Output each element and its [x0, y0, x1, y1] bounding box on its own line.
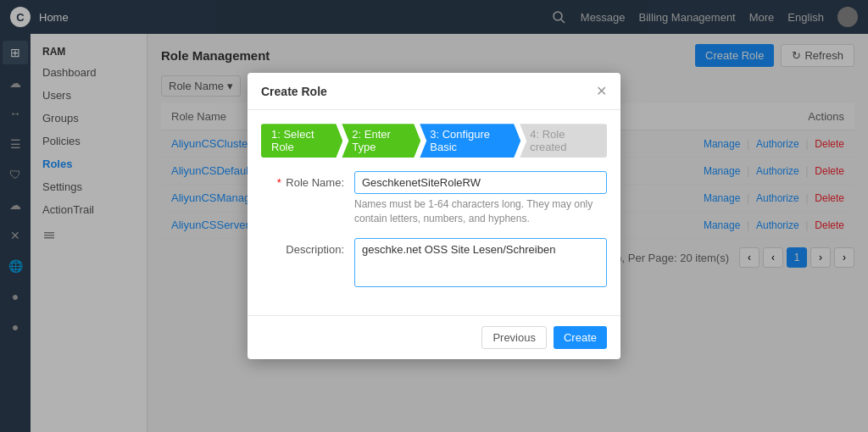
step-select-role: 1: Select Role	[261, 124, 342, 158]
main-content: Role Management Create Role ↻ Refresh Ro…	[147, 34, 868, 432]
description-field-wrapper	[354, 238, 607, 290]
modal-body: 1: Select Role 2: Enter Type 3: Configur…	[248, 110, 620, 315]
role-name-label: * Role Name:	[261, 171, 354, 189]
description-input[interactable]	[354, 238, 607, 287]
modal-title: Create Role	[261, 85, 327, 98]
modal-footer: Previous Create	[248, 315, 620, 359]
step-configure-basic: 3: Configure Basic	[420, 124, 520, 158]
description-label: Description:	[261, 238, 354, 256]
modal-backdrop: Create Role ✕ 1: Select Role 2: Enter Ty…	[147, 34, 868, 432]
step-enter-type: 2: Enter Type	[342, 124, 420, 158]
create-role-modal: Create Role ✕ 1: Select Role 2: Enter Ty…	[248, 73, 620, 359]
form-row-rolename: * Role Name: Names must be 1-64 characte…	[261, 171, 607, 226]
previous-button[interactable]: Previous	[481, 326, 547, 349]
close-icon[interactable]: ✕	[596, 83, 607, 99]
required-star: *	[277, 176, 281, 189]
stepper: 1: Select Role 2: Enter Type 3: Configur…	[261, 124, 607, 158]
modal-header: Create Role ✕	[248, 73, 620, 110]
form-row-description: Description:	[261, 238, 607, 290]
create-button[interactable]: Create	[554, 326, 607, 349]
main-layout: ⊞ ☁ ↔ ☰ 🛡 ☁ ✕ 🌐 ● ● RAM Dashboard Users …	[0, 34, 868, 432]
step-role-created: 4: Role created	[520, 124, 607, 158]
role-name-field-wrapper: Names must be 1-64 characters long. They…	[354, 171, 607, 226]
role-name-input[interactable]	[354, 171, 607, 194]
role-name-hint: Names must be 1-64 characters long. They…	[354, 197, 607, 226]
